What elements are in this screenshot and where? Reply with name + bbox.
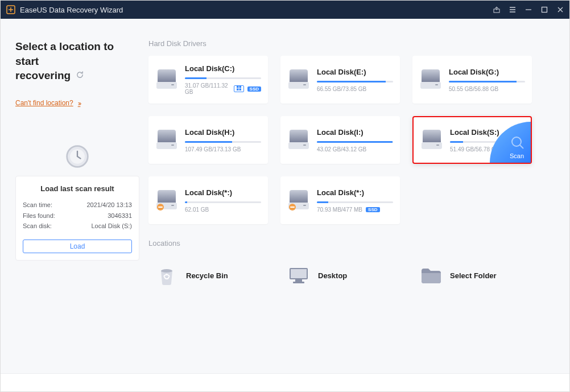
- locations-grid: Recycle Bin Desktop Select Folder: [148, 255, 560, 295]
- maximize-icon[interactable]: [541, 6, 548, 13]
- disk-icon: [155, 69, 178, 90]
- svg-rect-10: [237, 89, 239, 91]
- disk-icon: [155, 130, 178, 150]
- svg-rect-9: [239, 86, 241, 88]
- scan-disk-row: Scan disk:Local Disk (S:): [23, 221, 132, 232]
- disk-card[interactable]: Local Disk(C:) 31.07 GB/111.32 GBSSD: [148, 56, 268, 104]
- cant-find-location-link[interactable]: Can't find location? ››: [15, 99, 139, 108]
- disk-name: Local Disk(C:): [185, 64, 261, 73]
- disk-usage-bar: [449, 81, 525, 82]
- disk-card[interactable]: Local Disk(E:) 66.55 GB/73.85 GB: [280, 56, 400, 104]
- window-controls: [493, 6, 564, 13]
- disk-card[interactable]: Local Disk(*:) 62.01 GB: [148, 176, 268, 224]
- disk-info: Local Disk(E:) 66.55 GB/73.85 GB: [317, 68, 393, 92]
- svg-rect-11: [239, 89, 241, 91]
- disk-info: Local Disk(*:) 70.93 MB/477 MBSSD: [317, 188, 393, 213]
- disk-info: Local Disk(*:) 62.01 GB: [185, 188, 261, 213]
- disk-size: 62.01 GB: [185, 207, 261, 213]
- clock-icon: [15, 144, 139, 171]
- svg-rect-24: [171, 205, 174, 206]
- main-area: Select a location to start recovering Ca…: [1, 19, 569, 373]
- disk-info: Local Disk(G:) 50.55 GB/56.88 GB: [449, 68, 525, 92]
- recycle-icon: [155, 264, 178, 287]
- svg-rect-12: [288, 82, 309, 89]
- svg-rect-7: [171, 84, 174, 85]
- svg-rect-6: [156, 82, 177, 89]
- share-icon[interactable]: [493, 6, 500, 13]
- disk-icon: [155, 190, 178, 211]
- svg-rect-28: [303, 205, 306, 206]
- disk-size: 66.55 GB/73.85 GB: [317, 86, 393, 92]
- svg-rect-16: [156, 142, 177, 149]
- svg-rect-26: [158, 207, 163, 208]
- disk-name: Local Disk(I:): [317, 128, 393, 137]
- disk-icon: [287, 130, 310, 150]
- disk-info: Local Disk(I:) 43.02 GB/43.12 GB: [317, 128, 393, 152]
- page-heading: Select a location to start recovering: [15, 39, 139, 83]
- magnifier-icon: [510, 135, 525, 152]
- disk-name: Local Disk(*:): [185, 188, 261, 197]
- disk-info: Local Disk(H:) 107.49 GB/173.13 GB: [185, 128, 261, 152]
- disk-usage-bar: [185, 77, 261, 79]
- disk-card[interactable]: Local Disk(H:) 107.49 GB/173.13 GB: [148, 116, 268, 164]
- windows-badge-icon: [234, 85, 244, 92]
- disk-icon: [287, 190, 310, 211]
- svg-rect-21: [436, 145, 439, 146]
- scan-time-row: Scan time:2021/4/20 13:13: [23, 200, 132, 211]
- menu-icon[interactable]: [509, 6, 516, 13]
- disk-card[interactable]: Local Disk(*:) 70.93 MB/477 MBSSD: [280, 176, 400, 224]
- right-panel: Hard Disk Drivers Local Disk(C:) 31.07 G…: [146, 28, 560, 373]
- app-logo-icon: [6, 5, 15, 14]
- svg-rect-2: [542, 7, 547, 13]
- disk-name: Local Disk(E:): [317, 68, 393, 76]
- minimize-icon[interactable]: [525, 6, 532, 13]
- disk-usage-bar: [317, 201, 393, 203]
- disk-usage-bar: [317, 81, 393, 82]
- disk-info: Local Disk(C:) 31.07 GB/111.32 GBSSD: [185, 64, 261, 95]
- location-name: Select Folder: [450, 271, 497, 280]
- scan-label: Scan: [510, 152, 524, 159]
- svg-point-31: [161, 269, 172, 273]
- disk-card[interactable]: Local Disk(S:) 51.49 GB/56.78 GB Scan: [412, 116, 532, 164]
- location-name: Desktop: [318, 271, 347, 280]
- disk-card[interactable]: Local Disk(I:) 43.02 GB/43.12 GB: [280, 116, 400, 164]
- disk-usage-bar: [185, 201, 261, 203]
- refresh-icon[interactable]: [76, 68, 84, 83]
- close-icon[interactable]: [557, 6, 564, 13]
- location-name: Recycle Bin: [186, 271, 228, 280]
- location-card[interactable]: Desktop: [280, 255, 400, 295]
- disk-size: 31.07 GB/111.32 GBSSD: [185, 82, 261, 95]
- desktop-icon: [287, 264, 310, 287]
- ssd-badge: SSD: [366, 207, 379, 212]
- disk-name: Local Disk(*:): [317, 188, 393, 197]
- app-title: EaseUS Data Recovery Wizard: [20, 6, 493, 14]
- hdd-section-title: Hard Disk Drivers: [148, 39, 560, 48]
- svg-rect-30: [290, 207, 295, 208]
- location-card[interactable]: Recycle Bin: [148, 255, 268, 295]
- bottom-strip: [1, 373, 569, 391]
- disk-usage-bar: [317, 141, 393, 143]
- disk-size: 43.02 GB/43.12 GB: [317, 146, 393, 152]
- scan-button[interactable]: Scan: [490, 122, 531, 163]
- svg-rect-15: [435, 84, 438, 85]
- svg-rect-18: [288, 142, 309, 149]
- svg-rect-33: [291, 269, 307, 278]
- svg-rect-20: [422, 142, 442, 149]
- ssd-badge: SSD: [247, 86, 261, 92]
- folder-icon: [419, 264, 442, 287]
- disk-size: 70.93 MB/477 MBSSD: [317, 207, 393, 213]
- svg-rect-14: [420, 82, 441, 89]
- load-card-title: Load last scan result: [23, 184, 132, 193]
- svg-rect-8: [237, 86, 239, 88]
- disk-icon: [419, 69, 442, 90]
- disk-grid: Local Disk(C:) 31.07 GB/111.32 GBSSD Loc…: [148, 56, 560, 224]
- load-button[interactable]: Load: [23, 240, 132, 253]
- disk-card[interactable]: Local Disk(G:) 50.55 GB/56.88 GB: [412, 56, 532, 104]
- disk-icon: [287, 69, 310, 90]
- svg-rect-19: [303, 145, 306, 146]
- svg-rect-13: [303, 84, 306, 85]
- location-card[interactable]: Select Folder: [412, 255, 532, 295]
- locations-section-title: Locations: [148, 239, 560, 247]
- heading-line2: recovering: [15, 69, 71, 81]
- titlebar: EaseUS Data Recovery Wizard: [1, 1, 569, 19]
